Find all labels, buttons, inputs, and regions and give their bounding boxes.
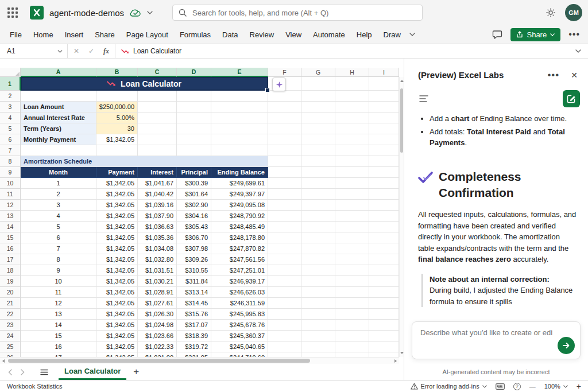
app-launcher-icon[interactable] (7, 7, 18, 18)
cell[interactable] (138, 91, 177, 102)
cell[interactable] (268, 102, 301, 112)
row-header-3[interactable]: 3 (0, 102, 21, 112)
cell[interactable] (301, 309, 335, 320)
cell[interactable]: $1,342.05 (96, 134, 138, 145)
comments-icon[interactable] (492, 29, 502, 40)
row-header-21[interactable]: 21 (0, 298, 21, 309)
cell[interactable] (335, 320, 369, 331)
cell[interactable]: $247,561.56 (211, 254, 268, 265)
row-header-17[interactable]: 17 (0, 254, 21, 265)
row-header-6[interactable]: 6 (0, 134, 21, 145)
cell[interactable]: $247,870.82 (211, 243, 268, 254)
cell[interactable]: Payment (96, 167, 138, 178)
cell[interactable]: 30 (96, 123, 138, 134)
cell[interactable] (301, 211, 335, 222)
column-header-D[interactable]: D (177, 68, 211, 77)
cell[interactable]: $302.90 (177, 200, 211, 211)
cell[interactable]: $1,028.91 (138, 287, 177, 298)
cell[interactable]: 15 (21, 331, 96, 341)
cell[interactable] (369, 156, 399, 167)
cell[interactable] (177, 112, 211, 123)
keyboard-shortcuts-icon[interactable] (496, 383, 505, 390)
cell[interactable] (335, 77, 369, 91)
cell[interactable] (268, 243, 301, 254)
account-avatar[interactable]: GM (565, 4, 582, 21)
cell[interactable] (335, 276, 369, 287)
menu-tab-help[interactable]: Help (351, 28, 377, 42)
cell[interactable]: $1,031.51 (138, 265, 177, 276)
cell[interactable] (301, 254, 335, 265)
cell[interactable] (335, 91, 369, 102)
cell[interactable]: $311.84 (177, 276, 211, 287)
expand-formula-bar-chevron-icon[interactable] (568, 49, 588, 53)
cell[interactable] (335, 178, 369, 189)
insert-function-icon[interactable]: fx (99, 47, 114, 56)
cell[interactable]: $1,342.05 (96, 254, 138, 265)
column-header-E[interactable]: E (211, 68, 268, 77)
cell[interactable] (335, 341, 369, 352)
cell[interactable] (21, 91, 96, 102)
column-header-B[interactable]: B (96, 68, 138, 77)
row-header-20[interactable]: 20 (0, 287, 21, 298)
column-header-F[interactable]: F (268, 68, 301, 77)
vertical-scroll-thumb[interactable] (400, 88, 403, 153)
cell[interactable]: $1,342.05 (96, 222, 138, 232)
cell[interactable]: $1,040.42 (138, 189, 177, 200)
select-all-corner[interactable] (0, 68, 21, 77)
search-bar[interactable] (172, 5, 423, 21)
share-button[interactable]: Share (510, 28, 560, 41)
cell[interactable] (96, 91, 138, 102)
cell[interactable]: $1,342.05 (96, 287, 138, 298)
confirm-entry-icon[interactable]: ✓ (84, 47, 99, 55)
cell[interactable] (268, 123, 301, 134)
cell[interactable] (301, 276, 335, 287)
cell[interactable] (268, 134, 301, 145)
cell[interactable]: $1,342.05 (96, 331, 138, 341)
cell[interactable]: $305.43 (177, 222, 211, 232)
search-input[interactable] (191, 8, 416, 18)
cell[interactable] (369, 309, 399, 320)
workbook-statistics-button[interactable]: Workbook Statistics (7, 383, 62, 390)
cell[interactable]: $301.64 (177, 189, 211, 200)
cell[interactable]: $248,790.92 (211, 211, 268, 222)
cell[interactable]: $246,939.17 (211, 276, 268, 287)
cell[interactable] (268, 91, 301, 102)
cell[interactable] (369, 320, 399, 331)
row-header-11[interactable]: 11 (0, 189, 21, 200)
row-header-9[interactable]: 9 (0, 167, 21, 178)
cell[interactable] (138, 123, 177, 134)
menu-tab-insert[interactable]: Insert (60, 28, 89, 42)
cell[interactable] (301, 112, 335, 123)
addin-error-button[interactable]: Error loading add-ins (411, 383, 487, 390)
cell[interactable] (301, 134, 335, 145)
row-header-23[interactable]: 23 (0, 320, 21, 331)
cell[interactable] (369, 167, 399, 178)
cell[interactable] (369, 222, 399, 232)
menu-tab-home[interactable]: Home (28, 28, 59, 42)
cell[interactable]: $304.16 (177, 211, 211, 222)
horizontal-scroll-thumb[interactable] (8, 359, 310, 363)
fill-handle[interactable] (265, 88, 270, 92)
cell[interactable]: $1,342.05 (96, 265, 138, 276)
formula-bar-content[interactable]: Loan Calculator (115, 47, 568, 55)
cell[interactable] (268, 200, 301, 211)
cell[interactable]: $245,040.65 (211, 341, 268, 352)
cell[interactable] (268, 287, 301, 298)
cell[interactable] (335, 112, 369, 123)
cell[interactable] (335, 232, 369, 243)
row-header-22[interactable]: 22 (0, 309, 21, 320)
cell[interactable] (301, 287, 335, 298)
menu-tab-file[interactable]: File (5, 28, 27, 42)
cell[interactable] (335, 102, 369, 112)
cell[interactable] (138, 145, 177, 156)
cell[interactable]: 3 (21, 200, 96, 211)
cell[interactable]: Monthly Payment (21, 134, 96, 145)
cell[interactable] (369, 145, 399, 156)
menu-tab-data[interactable]: Data (217, 28, 243, 42)
cell[interactable] (301, 178, 335, 189)
cell[interactable]: $1,037.90 (138, 211, 177, 222)
cell[interactable] (301, 298, 335, 309)
cancel-entry-icon[interactable]: ✕ (69, 47, 84, 55)
cell[interactable] (268, 320, 301, 331)
row-header-16[interactable]: 16 (0, 243, 21, 254)
